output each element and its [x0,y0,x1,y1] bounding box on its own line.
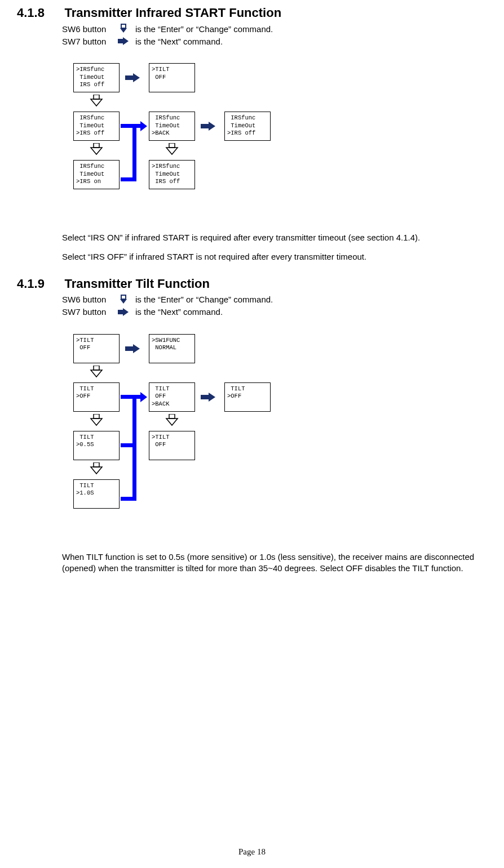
blue-link [121,443,134,447]
lcd-box: >IRSfunc TimeOut IRS off [73,63,120,92]
svg-marker-5 [133,73,140,82]
lcd-box: TILT OFF >BACK [149,382,195,412]
blue-arrowhead-icon [140,121,147,131]
blue-link [132,395,136,501]
arrow-down-open-icon [89,414,104,426]
svg-marker-19 [133,344,140,353]
sw6-desc: is the “Enter” or “Change” command. [135,24,273,34]
lcd-box: >IRSfunc TimeOut IRS off [149,160,195,189]
svg-marker-1 [120,28,127,33]
arrow-down-open-icon [89,95,104,107]
svg-rect-0 [121,24,126,28]
arrow-right-icon [201,122,218,131]
arrow-down-open-icon [165,414,179,426]
lcd-box: IRSfunc TimeOut >IRS off [73,112,120,141]
svg-rect-12 [169,143,175,148]
sw7-line: SW7 button is the “Next” command. [62,307,487,317]
sw7-label: SW7 button [62,37,112,46]
svg-rect-6 [94,95,99,99]
svg-rect-10 [94,143,99,148]
lcd-box: TILT >1.0S [73,479,120,509]
svg-marker-11 [91,148,102,154]
svg-rect-8 [201,124,209,128]
lcd-box: IRSfunc TimeOut >IRS off [224,112,271,141]
sw7-line: SW7 button is the “Next” command. [62,36,487,46]
sw6-line: SW6 button is the “Enter” or “Change” co… [62,24,487,34]
arrow-down-open-icon [89,462,104,475]
sw6-label: SW6 button [62,295,112,304]
lcd-box: >TILT OFF [73,334,120,363]
svg-rect-24 [94,414,99,419]
svg-rect-4 [125,75,133,80]
svg-rect-18 [125,346,133,351]
enter-icon [117,295,130,305]
svg-rect-2 [118,39,123,43]
svg-rect-20 [94,366,99,370]
section-title: Transmitter Tilt Function [64,277,210,291]
svg-marker-13 [166,148,178,154]
sw6-desc: is the “Enter” or “Change” command. [135,295,273,304]
enter-icon [117,24,130,34]
svg-marker-23 [209,393,215,402]
page-footer: Page 18 [0,847,504,857]
sw6-line: SW6 button is the “Enter” or “Change” co… [62,295,487,305]
lcd-box: TILT >OFF [73,382,120,412]
svg-rect-16 [118,310,123,314]
arrow-down-open-icon [89,366,104,378]
sw6-label: SW6 button [62,24,112,34]
lcd-box: TILT >0.5S [73,431,120,460]
lcd-box: TILT >OFF [224,382,271,412]
arrow-right-icon [125,73,142,82]
svg-marker-3 [123,37,129,45]
lcd-box: IRSfunc TimeOut >IRS on [73,160,120,189]
paragraph: Select “IRS ON” if infrared START is req… [62,232,487,243]
paragraph: When TILT function is set to 0.5s (more … [62,551,487,575]
section-number: 4.1.9 [17,277,62,291]
svg-rect-28 [94,462,99,467]
arrow-down-open-icon [165,143,179,155]
svg-rect-14 [121,295,126,299]
svg-marker-27 [166,419,178,425]
blue-link [121,177,134,181]
arrow-right-icon [125,344,142,353]
lcd-box: >SW1FUNC NORMAL [149,334,195,363]
next-icon [117,36,130,46]
svg-marker-15 [120,299,127,304]
svg-marker-17 [123,308,129,316]
sw7-label: SW7 button [62,307,112,317]
blue-link [121,497,136,501]
paragraph: Select “IRS OFF” if infrared START is no… [62,251,487,262]
svg-marker-21 [91,370,102,377]
blue-link [121,395,134,399]
svg-marker-29 [91,467,102,474]
lcd-box: >TILT OFF [149,431,195,460]
sw7-desc: is the “Next” command. [135,37,223,46]
svg-marker-7 [91,99,102,106]
section-title: Transmitter Infrared START Function [64,6,281,20]
next-icon [117,307,130,317]
svg-rect-22 [201,395,209,399]
section-number: 4.1.8 [17,6,62,20]
blue-arrowhead-icon [140,392,147,402]
lcd-box: IRSfunc TimeOut >BACK [149,112,195,141]
arrow-down-open-icon [89,143,104,155]
svg-marker-9 [209,122,215,131]
sw7-desc: is the “Next” command. [135,307,223,317]
blue-link [132,124,136,181]
arrow-right-icon [201,393,218,402]
svg-rect-26 [169,414,175,419]
lcd-box: >TILT OFF [149,63,195,92]
svg-marker-25 [91,419,102,425]
blue-link [121,124,134,128]
